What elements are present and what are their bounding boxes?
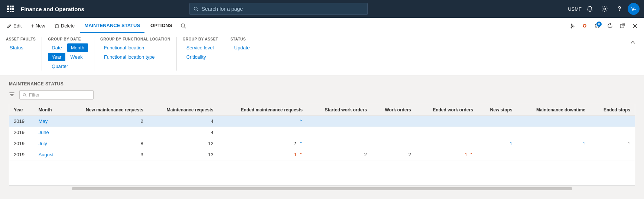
cell-wo: 2 — [371, 149, 416, 160]
svg-rect-3 — [7, 8, 9, 10]
cell-new-mr: 8 — [64, 138, 148, 149]
notifications-icon[interactable] — [583, 2, 596, 16]
app-grid-icon[interactable] — [4, 3, 16, 15]
func-loc-functional-location-type[interactable]: Functional location type — [100, 53, 159, 61]
col-ended-mr: Ended maintenance requests — [218, 104, 307, 116]
section-title: MAINTENANCE STATUS — [9, 81, 635, 87]
cell-maint-downtime: 1 — [517, 138, 590, 149]
cell-ended-stops — [590, 127, 635, 138]
close-icon[interactable] — [629, 20, 641, 32]
data-table: Year Month New maintenance requests Main… — [9, 104, 635, 160]
date-item-month[interactable]: Month — [67, 43, 88, 52]
cell-year: 2019 — [9, 116, 34, 127]
date-item-week[interactable]: Week — [67, 53, 87, 61]
cell-year: 2019 — [9, 138, 34, 149]
col-started-wo: Started work orders — [307, 104, 371, 116]
help-icon[interactable]: ? — [613, 2, 626, 16]
cell-maint-downtime — [517, 116, 590, 127]
group-by-functional-location: GROUP BY FUNCTIONAL LOCATION Functional … — [100, 37, 177, 71]
top-nav-icons: USMF ? V- — [568, 2, 640, 16]
cell-month[interactable]: May — [34, 116, 64, 127]
svg-point-21 — [23, 93, 25, 95]
cell-ended-mr: 1 ⌃ — [218, 149, 307, 160]
horizontal-scrollbar[interactable] — [72, 187, 573, 190]
popout-icon[interactable] — [617, 20, 628, 32]
filter-input-wrap[interactable] — [19, 90, 94, 100]
table-row[interactable]: 2019 July 8 12 2 ⌃ 1 1 1 — [9, 138, 635, 149]
filter-icon[interactable] — [9, 91, 15, 99]
dropdown-ribbon: ASSET FAULTS Status GROUP BY DATE Date M… — [0, 34, 644, 75]
table-header-row: Year Month New maintenance requests Main… — [9, 104, 635, 116]
tab-maintenance-status[interactable]: MAINTENANCE STATUS — [80, 19, 144, 33]
svg-point-9 — [194, 7, 198, 10]
cell-ended-mr: 2 ⌃ — [218, 138, 307, 149]
tab-options[interactable]: OPTIONS — [146, 19, 177, 33]
cell-new-mr: 3 — [64, 149, 148, 160]
user-label: USMF — [568, 6, 582, 12]
cell-new-stops — [478, 116, 517, 127]
cell-started-wo — [307, 127, 371, 138]
col-maint-downtime: Maintenance downtime — [517, 104, 590, 116]
asset-faults-status[interactable]: Status — [6, 43, 27, 52]
scrollbar-row — [9, 187, 635, 190]
status-update[interactable]: Update — [230, 43, 253, 52]
asset-service-level[interactable]: Service level — [183, 43, 218, 52]
cell-ended-wo — [416, 127, 478, 138]
ribbon-search-icon[interactable] — [178, 21, 189, 31]
pin-icon[interactable] — [566, 20, 578, 32]
svg-rect-2 — [12, 6, 14, 7]
search-input[interactable] — [202, 6, 364, 12]
up-arrow-icon: ⌃ — [299, 119, 303, 124]
asset-criticality[interactable]: Criticality — [183, 53, 210, 61]
cell-mr: 4 — [148, 127, 218, 138]
cell-new-stops — [478, 149, 517, 160]
svg-line-18 — [622, 24, 625, 26]
cell-ended-stops: 1 — [590, 138, 635, 149]
cell-ended-wo: 1 ⌃ — [416, 149, 478, 160]
col-ended-stops: Ended stops — [590, 104, 635, 116]
new-button[interactable]: + New — [27, 21, 49, 31]
cell-maint-downtime — [517, 149, 590, 160]
filter-search-icon — [23, 93, 27, 97]
date-item-date[interactable]: Date — [48, 43, 65, 52]
group-by-asset: GROUP BY ASSET Service level Criticality — [183, 37, 225, 71]
table-row[interactable]: 2019 May 2 4 ⌃ — [9, 116, 635, 127]
cell-mr: 12 — [148, 138, 218, 149]
cell-new-stops: 1 — [478, 138, 517, 149]
avatar[interactable]: V- — [628, 3, 640, 15]
office-icon[interactable]: O — [579, 20, 591, 32]
search-bar[interactable] — [189, 3, 368, 15]
col-ended-wo: Ended work orders — [416, 104, 478, 116]
svg-rect-7 — [10, 11, 12, 12]
date-item-year[interactable]: Year — [48, 53, 65, 61]
app-title: Finance and Operations — [21, 6, 84, 12]
svg-rect-6 — [7, 11, 9, 12]
cell-wo — [371, 127, 416, 138]
cell-ended-stops — [590, 149, 635, 160]
func-loc-functional-location[interactable]: Functional location — [100, 43, 148, 52]
date-item-quarter[interactable]: Quarter — [48, 62, 72, 71]
cell-year: 2019 — [9, 149, 34, 160]
cell-wo — [371, 116, 416, 127]
cell-ended-stops — [590, 116, 635, 127]
svg-point-11 — [604, 8, 605, 10]
filter-input[interactable] — [29, 92, 90, 98]
cell-month[interactable]: July — [34, 138, 64, 149]
notification-ribbon-icon[interactable]: 0 0 — [591, 20, 603, 32]
cell-month[interactable]: June — [34, 127, 64, 138]
cell-mr: 4 — [148, 116, 218, 127]
edit-button[interactable]: Edit — [3, 21, 25, 31]
svg-rect-5 — [12, 8, 14, 10]
settings-icon[interactable] — [598, 2, 611, 16]
table-row[interactable]: 2019 August 3 13 1 ⌃ 2 2 1 ⌃ — [9, 149, 635, 160]
cell-started-wo — [307, 116, 371, 127]
cell-month[interactable]: August — [34, 149, 64, 160]
group-asset-faults: ASSET FAULTS Status — [6, 37, 42, 71]
delete-button[interactable]: Delete — [51, 21, 79, 31]
cell-ended-wo — [416, 116, 478, 127]
cell-new-stops — [478, 127, 517, 138]
table-row[interactable]: 2019 June 4 — [9, 127, 635, 138]
chevron-up-button[interactable] — [628, 37, 638, 48]
up-arrow-icon: ⌃ — [299, 141, 303, 146]
refresh-icon[interactable] — [604, 20, 616, 32]
